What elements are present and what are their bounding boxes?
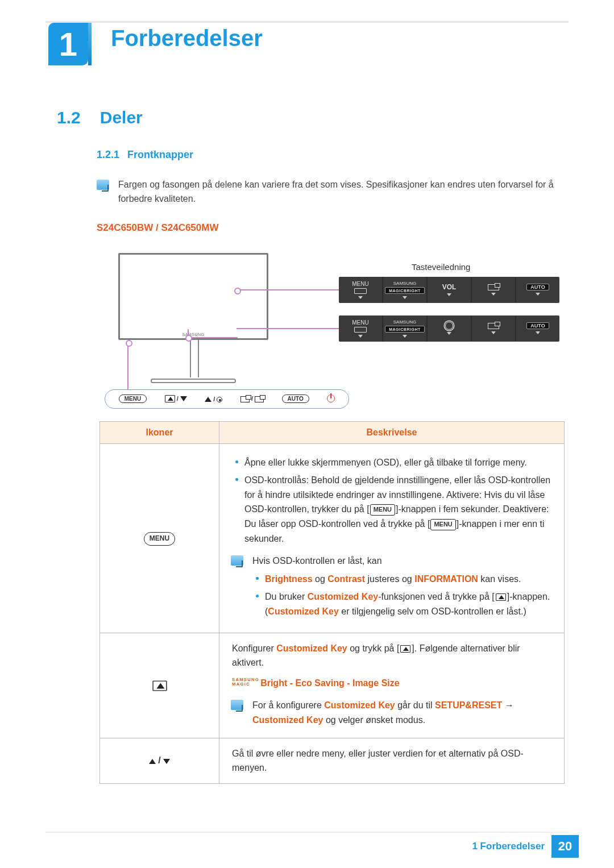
- table-row: Konfigurer Customized Key og trykk på []…: [100, 633, 565, 738]
- osd-cell-auto: AUTO: [516, 315, 559, 342]
- osd-panel-row2: MENU SAMSUNGMAGICBRIGHT AUTO: [339, 315, 559, 342]
- list-item: Brightness og Contrast justeres og INFOR…: [252, 572, 551, 587]
- btn-tri-dot: /: [205, 396, 222, 402]
- osd-cell-vol: VOL: [428, 277, 472, 303]
- info-intro: Hvis OSD-kontrollen er låst, kan: [252, 554, 551, 568]
- btn-power: [327, 394, 335, 404]
- samsung-magic-logo: SAMSUNGMAGIC: [232, 678, 259, 686]
- physical-buttons-box: MENU / / / AUTO: [105, 389, 349, 409]
- subsection-number: 1.2.1: [97, 149, 119, 160]
- info-inset: Hvis OSD-kontrollen er låst, kan Brightn…: [232, 554, 551, 622]
- btn-source: /: [240, 395, 264, 402]
- table-row: / Gå til øvre eller nedre meny, eller ju…: [100, 738, 565, 783]
- list-item: OSD-kontrollås: Behold de gjeldende inns…: [232, 473, 551, 546]
- footer-rule: [45, 832, 569, 833]
- icon-cell-menu: MENU: [100, 443, 219, 633]
- icon-cell-uprect: [100, 633, 219, 738]
- osd-cell-source: [472, 277, 516, 303]
- model-heading: S24C650BW / S24C650MW: [97, 222, 569, 234]
- btn-auto: AUTO: [282, 394, 309, 403]
- menu-chip-icon: MENU: [370, 504, 395, 516]
- desc-cell-menu: Åpne eller lukke skjermmenyen (OSD), ell…: [219, 443, 565, 633]
- chapter-number-tab: 1: [48, 23, 88, 65]
- header-rule: [45, 0, 569, 23]
- subsection-title: Frontknapper: [127, 149, 193, 160]
- desc-cell-updown: Gå til øvre eller nedre meny, eller just…: [219, 738, 565, 783]
- note-icon: [97, 180, 109, 190]
- note-text: Fargen og fasongen på delene kan variere…: [118, 178, 569, 206]
- table-row: MENU Åpne eller lukke skjermmenyen (OSD)…: [100, 443, 565, 633]
- subsection-heading: 1.2.1Frontknapper: [97, 149, 569, 161]
- section-number: 1.2: [57, 108, 81, 127]
- info-inset: For å konfigurere Customized Key går du …: [232, 698, 551, 727]
- osd-cell-menu: MENU: [339, 277, 383, 303]
- list-item: Åpne eller lukke skjermmenyen (OSD), ell…: [232, 455, 551, 470]
- note-box: Fargen og fasongen på delene kan variere…: [97, 178, 569, 206]
- up-rect-icon: [400, 645, 410, 653]
- footer-label: 1 Forberedelser: [472, 841, 545, 852]
- leader-line: [237, 289, 339, 290]
- leader-line: [127, 342, 128, 389]
- up-rect-icon: [496, 593, 506, 601]
- buttons-table: Ikoner Beskrivelse MENU Åpne eller lukke…: [99, 421, 565, 784]
- osd-cell-magic: SAMSUNGMAGICBRIGHT: [383, 277, 428, 303]
- osd-cell-auto: AUTO: [516, 277, 559, 303]
- up-rect-icon: [152, 680, 167, 691]
- section-heading: 1.2Deler: [57, 108, 569, 127]
- osd-cell-menu: MENU: [339, 315, 383, 342]
- leader-line: [237, 328, 339, 329]
- footer: 1 Forberedelser 20: [472, 835, 579, 858]
- osd-panel-row1: MENU SAMSUNGMAGICBRIGHT VOL AUTO: [339, 277, 559, 303]
- chapter-title: Forberedelser: [111, 26, 263, 51]
- power-icon: [327, 394, 335, 402]
- desc-cell-customkey: Konfigurer Customized Key og trykk på []…: [219, 633, 565, 738]
- th-desc: Beskrivelse: [219, 421, 565, 443]
- section-title: Deler: [100, 108, 143, 127]
- osd-cell-magic: SAMSUNGMAGICBRIGHT: [383, 315, 428, 342]
- triangle-up-icon: [149, 759, 156, 764]
- list-item: Du bruker Customized Key-funksjonen ved …: [252, 589, 551, 618]
- front-buttons-figure: SAMSUNG Tasteveiledning MENU SAMSUNGMAGI…: [105, 248, 559, 408]
- keyguide-label: Tasteveiledning: [412, 262, 470, 272]
- menu-chip-icon: MENU: [430, 519, 455, 530]
- monitor-illustration: SAMSUNG: [118, 253, 268, 383]
- osd-cell-source: [472, 315, 516, 342]
- page-number: 20: [551, 835, 579, 858]
- triangle-down-icon: [163, 759, 170, 764]
- btn-up-down: /: [165, 395, 187, 403]
- note-icon: [231, 555, 243, 566]
- osd-cell-brightness: [428, 315, 472, 342]
- btn-menu: MENU: [119, 394, 147, 403]
- icon-cell-updown: /: [100, 738, 219, 783]
- th-icons: Ikoner: [100, 421, 219, 443]
- note-icon: [231, 700, 243, 710]
